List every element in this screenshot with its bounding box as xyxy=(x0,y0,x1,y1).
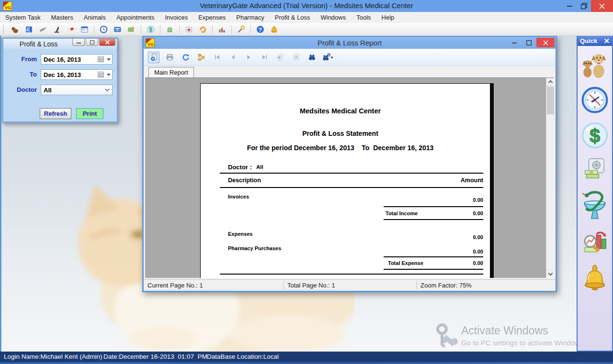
to-calendar-icon[interactable] xyxy=(96,70,105,79)
zoom-button[interactable]: ▾ xyxy=(322,52,333,63)
refresh-report-button[interactable] xyxy=(180,52,191,63)
quick-panel-close-button[interactable]: ✕ xyxy=(603,37,610,44)
restore-button[interactable] xyxy=(577,0,591,12)
first-aid-kit-button[interactable] xyxy=(183,24,194,35)
dollar-bubble-button[interactable]: $ xyxy=(145,24,156,35)
dialog-maximize-button[interactable] xyxy=(86,39,98,46)
toggle-group-tree-button[interactable] xyxy=(195,52,207,63)
from-row: From xyxy=(3,54,117,65)
minimize-button[interactable] xyxy=(562,0,577,12)
report-maximize-button[interactable] xyxy=(522,38,535,47)
print-report-button[interactable] xyxy=(164,52,175,63)
inventory-box-button[interactable] xyxy=(164,24,175,35)
reminder-bell-button[interactable] xyxy=(269,24,280,35)
zoom-dropdown-caret[interactable]: ▾ xyxy=(331,55,333,60)
first-page-button[interactable] xyxy=(211,52,223,63)
invoice-money-button[interactable] xyxy=(112,24,123,35)
column-description: Description xyxy=(228,177,261,184)
tab-main-report[interactable]: Main Report xyxy=(148,67,194,77)
to-date-field xyxy=(41,69,113,80)
menu-help[interactable]: Help xyxy=(376,12,400,23)
quick-appointments-button[interactable] xyxy=(581,85,609,115)
go-to-page-button[interactable] xyxy=(274,52,286,63)
expenses-amount: 0.00 xyxy=(473,234,483,240)
microscope-button[interactable] xyxy=(51,24,62,35)
vaccine-syringe-button[interactable] xyxy=(37,24,48,35)
svg-text:$: $ xyxy=(149,26,152,33)
dialog-close-button[interactable] xyxy=(99,39,115,46)
refresh-button[interactable]: Refresh xyxy=(40,108,71,119)
next-page-icon xyxy=(245,54,252,61)
dialog-minimize-button[interactable] xyxy=(72,39,85,46)
scroll-up-button[interactable] xyxy=(546,78,554,86)
reminder-bell-icon xyxy=(582,263,608,295)
toolbar-separator xyxy=(160,25,160,33)
report-close-button[interactable] xyxy=(536,38,555,47)
menu-tools[interactable]: Tools xyxy=(351,12,376,23)
quick-reports-button[interactable] xyxy=(581,228,609,258)
help-button[interactable]: ? xyxy=(255,24,266,35)
report-window: VG Profit & Loss Report ▾ Main Report xyxy=(142,35,557,292)
menu-animals[interactable]: Animals xyxy=(79,12,111,23)
clinic-name: Medsites Medical Center xyxy=(201,107,480,115)
menu-expenses[interactable]: Expenses xyxy=(193,12,231,23)
help-icon: ? xyxy=(256,25,265,34)
last-page-button[interactable] xyxy=(259,52,270,63)
menu-invoices[interactable]: Invoices xyxy=(159,12,193,23)
menu-pharmacy[interactable]: Pharmacy xyxy=(231,12,270,23)
medicine-capsule-button[interactable] xyxy=(65,24,76,35)
report-vertical-scrollbar[interactable] xyxy=(546,78,554,278)
doctor-combobox[interactable]: All xyxy=(41,85,113,95)
to-dropdown-button[interactable] xyxy=(105,70,112,79)
clock-button[interactable] xyxy=(98,24,109,35)
svg-text:$: $ xyxy=(590,125,600,146)
report-status-bar: Current Page No.: 1 Total Page No.: 1 Zo… xyxy=(144,279,556,291)
find-text-button[interactable] xyxy=(306,52,318,63)
from-date-input[interactable] xyxy=(41,56,96,63)
database-location-status: DataBase Location:Local xyxy=(207,353,279,360)
window-title: VeterinaryGate Advanced (Trial Version) … xyxy=(0,1,613,10)
quick-expenses-button[interactable] xyxy=(581,155,609,182)
doctor-dropdown-button[interactable] xyxy=(102,86,112,94)
quick-panel-body: $ xyxy=(578,46,612,351)
menu-profit-loss[interactable]: Profit & Loss xyxy=(270,12,316,23)
export-icon xyxy=(150,53,158,61)
pets-dogs-icon xyxy=(581,50,608,79)
dialog-title-bar[interactable]: Profit & Loss xyxy=(3,39,117,49)
cancel-loading-button[interactable] xyxy=(290,52,302,63)
menu-appointments[interactable]: Appointments xyxy=(111,12,160,23)
report-title-bar[interactable]: VG Profit & Loss Report xyxy=(144,37,556,49)
undo-arrow-button[interactable] xyxy=(197,24,208,35)
printer-icon xyxy=(166,53,174,61)
current-page-status: Current Page No.: 1 xyxy=(148,282,203,289)
tools-button[interactable] xyxy=(236,24,247,35)
menu-system-task[interactable]: System Task xyxy=(0,12,45,23)
report-chart-button[interactable] xyxy=(216,24,227,35)
dog-button[interactable] xyxy=(10,24,21,35)
inventory-box-icon xyxy=(165,25,174,34)
quick-pharmacy-button[interactable] xyxy=(581,188,609,223)
to-date-input[interactable] xyxy=(41,71,96,78)
quick-pets-button[interactable] xyxy=(581,50,609,79)
report-minimize-button[interactable] xyxy=(508,38,521,47)
quick-invoices-button[interactable]: $ xyxy=(581,121,609,150)
next-page-button[interactable] xyxy=(243,52,254,63)
chevron-down-icon xyxy=(105,88,110,91)
print-button[interactable]: Print xyxy=(76,108,103,119)
appointment-calendar-button[interactable] xyxy=(79,24,90,35)
masters-book-button[interactable] xyxy=(23,24,34,35)
export-button[interactable] xyxy=(148,52,159,63)
quick-reminders-button[interactable] xyxy=(581,263,609,295)
previous-page-button[interactable] xyxy=(227,52,238,63)
from-dropdown-button[interactable] xyxy=(105,55,112,64)
menu-windows[interactable]: Windows xyxy=(315,12,351,23)
report-viewer-toolbar: ▾ xyxy=(144,49,556,66)
scroll-down-button[interactable] xyxy=(546,270,554,278)
menu-masters[interactable]: Masters xyxy=(45,12,78,23)
close-button[interactable] xyxy=(591,0,613,12)
report-doctor-label: Doctor : xyxy=(228,164,252,171)
toolbar-grip xyxy=(3,25,5,33)
scrollbar-thumb[interactable] xyxy=(547,87,554,114)
from-calendar-icon[interactable] xyxy=(96,55,105,64)
expense-note-button[interactable] xyxy=(126,24,137,35)
